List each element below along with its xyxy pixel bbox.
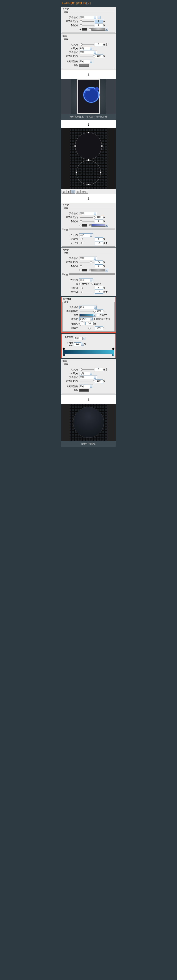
angle-label: 角度(N): — [63, 322, 79, 325]
opacity-value[interactable]: 100 — [95, 54, 103, 58]
noise-value[interactable]: 0 — [95, 24, 103, 27]
pathop-2-button[interactable]: ▣ — [66, 190, 71, 194]
size-slider[interactable] — [80, 291, 94, 293]
gradient-bar[interactable] — [63, 350, 114, 354]
filltype-select[interactable]: 颜色▾ — [79, 60, 93, 63]
gradient-preview[interactable] — [79, 314, 93, 317]
stroke-panel-2: 描边 结构 大小(S): 1 像素 位置(P): 内部▾ 混合模式: 正常▾ 不… — [61, 359, 116, 395]
opacity-value[interactable]: 100 — [95, 216, 103, 219]
gradient-dropdown[interactable]: ▾ — [105, 269, 108, 272]
structure-label: 结构 — [64, 11, 69, 14]
noise-value[interactable]: 0 — [95, 264, 103, 268]
position-select[interactable]: 外部▾ — [79, 47, 93, 50]
opacity-value[interactable]: 75 — [95, 261, 103, 264]
gradient-swatch[interactable] — [92, 28, 105, 30]
outer-glow-panel-2: 外发光 结构 混合模式: 正常▾ 不透明度(O): 100 % 杂色(N): 0… — [61, 203, 116, 248]
opacity-value[interactable]: 100 — [95, 310, 103, 313]
combine-button[interactable]: 组合 — [80, 190, 88, 194]
spread-slider[interactable] — [80, 238, 94, 240]
inner-glow-title: 内发光 — [61, 248, 116, 252]
method-select[interactable]: 柔和▾ — [79, 234, 93, 237]
method-select[interactable]: 柔和▾ — [79, 278, 93, 282]
structure-label: 结构 — [64, 207, 69, 210]
size-slider[interactable] — [80, 368, 94, 371]
svg-point-7 — [86, 89, 90, 91]
opacity-slider[interactable] — [80, 380, 94, 382]
blend-mode-select[interactable]: 正常▾ — [79, 16, 97, 19]
color-radio[interactable] — [79, 269, 81, 271]
outer-glow-panel-1: 外发光 结构 混合模式: 正常▾ ▾ 不透明度(O): 0 % 杂色(N): 0… — [61, 7, 116, 34]
stroke-color-swatch[interactable] — [79, 64, 89, 67]
noise-value[interactable]: 0 — [95, 220, 103, 223]
blend-select[interactable]: 正常▾ — [79, 305, 97, 309]
blend-color-dropdown[interactable]: ▾ — [98, 16, 100, 19]
caption-2: 绘制中间按钮 — [61, 441, 116, 447]
opacity-slider[interactable] — [80, 261, 94, 263]
blend-select[interactable]: 正常▾ — [79, 256, 97, 260]
structure-label: 结构 — [64, 363, 69, 366]
gradient-overlay-panel: 渐变叠加 渐变 混合模式: 正常▾ 不透明度(P): 100 % 渐变: ▾ ✓… — [61, 297, 116, 333]
color-swatch[interactable] — [82, 269, 87, 272]
noise-slider[interactable] — [80, 220, 94, 223]
size-value[interactable]: 16 — [95, 290, 103, 294]
color-radio[interactable] — [79, 28, 81, 30]
opacity-value[interactable]: 100 — [95, 379, 103, 383]
choke-slider[interactable] — [80, 287, 94, 289]
gradient-radio[interactable] — [89, 28, 91, 30]
grad-type-select[interactable]: 实底▾ — [74, 337, 86, 340]
pathop-1-button[interactable]: ◻ — [61, 190, 66, 194]
scale-label: 缩放(S): — [63, 327, 79, 330]
align-checkbox[interactable]: ✓ — [94, 318, 97, 320]
reverse-checkbox[interactable]: ✓ — [97, 314, 99, 317]
outer-glow-title: 外发光 — [61, 7, 116, 11]
opacity-label: 不透明度(O): — [63, 261, 79, 264]
color-radio[interactable] — [79, 224, 81, 226]
size-value[interactable]: 1 — [95, 43, 103, 46]
smooth-dropdown[interactable]: ▸ — [81, 343, 84, 345]
gradient-swatch[interactable] — [92, 224, 105, 227]
opacity-slider[interactable] — [80, 216, 94, 218]
scale-value[interactable]: 106 — [95, 326, 103, 330]
stroke-color-swatch[interactable] — [79, 389, 89, 391]
opacity-slider[interactable] — [80, 310, 94, 312]
source-center-radio[interactable] — [79, 283, 81, 285]
color-label: 颜色: — [63, 389, 79, 392]
gradient-overlay-title: 渐变叠加 — [61, 297, 116, 301]
noise-slider[interactable] — [80, 24, 94, 27]
opacity-slider[interactable] — [80, 20, 94, 22]
pathop-4-button[interactable]: ◫ — [76, 190, 80, 194]
choke-value[interactable]: 5 — [95, 286, 103, 290]
blend-select[interactable]: 正常▾ — [79, 51, 97, 54]
angle-dial[interactable] — [79, 321, 84, 326]
blend-select[interactable]: 正常▾ — [79, 375, 97, 379]
scale-slider[interactable] — [80, 327, 94, 329]
style-select[interactable]: 对称的▾ — [79, 317, 93, 321]
opacity-slider[interactable] — [80, 55, 94, 57]
blend-select[interactable]: 正常▾ — [79, 212, 97, 215]
color-swatch[interactable] — [82, 224, 87, 227]
pathop-3-button[interactable]: ▢ — [71, 190, 75, 194]
gradient-radio[interactable] — [89, 224, 91, 226]
filltype-select[interactable]: 颜色▾ — [79, 385, 93, 388]
gradient-dropdown[interactable]: ▾ — [93, 314, 96, 317]
method-label: 方法(Q): — [63, 279, 79, 282]
position-select[interactable]: 内部▾ — [79, 372, 93, 375]
size-value[interactable]: 1 — [95, 368, 103, 371]
filltype-label: 填充类型(F): — [63, 385, 79, 388]
source-edge-radio[interactable] — [91, 283, 93, 285]
svg-rect-13 — [88, 132, 89, 133]
gradient-dropdown[interactable]: ▾ — [105, 28, 108, 30]
color-swatch[interactable] — [82, 28, 87, 30]
size-label: 大小(S): — [63, 291, 79, 293]
size-value[interactable]: 15 — [95, 241, 103, 245]
gradient-swatch[interactable] — [92, 269, 105, 272]
gradient-dropdown[interactable]: ▾ — [105, 224, 108, 227]
opacity-value[interactable]: 0 — [95, 20, 103, 23]
smooth-value[interactable]: 100 — [74, 342, 81, 346]
size-slider[interactable] — [80, 43, 94, 46]
size-slider[interactable] — [80, 242, 94, 244]
angle-value[interactable]: 90 — [85, 322, 93, 325]
noise-slider[interactable] — [80, 265, 94, 267]
spread-value[interactable]: 5 — [95, 237, 103, 241]
gradient-radio[interactable] — [89, 269, 91, 271]
